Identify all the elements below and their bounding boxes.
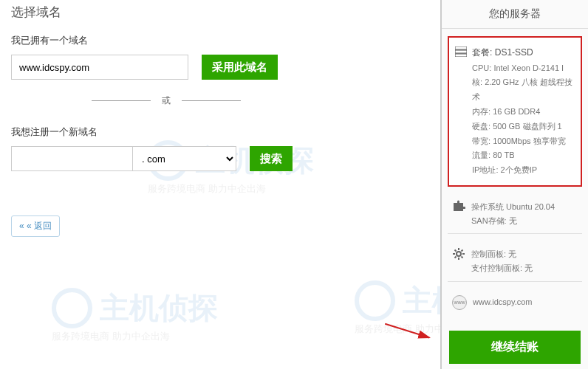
spec-traffic: 流量: 80 TB <box>472 148 575 163</box>
os-line1: 操作系统 Ubuntu 20.04 <box>471 200 555 214</box>
spec-cpu: CPU: Intel Xeon D-2141 I <box>472 61 575 76</box>
new-domain-input[interactable] <box>11 146 133 171</box>
main-content: 选择域名 我已拥有一个域名 采用此域名 或 我想注册一个新域名 . com 搜索 <box>0 0 440 369</box>
gear-icon <box>452 247 465 261</box>
checkout-button[interactable]: 继续结账 <box>449 331 581 364</box>
new-domain-section: 我想注册一个新域名 . com 搜索 <box>11 125 429 171</box>
adopt-domain-button[interactable]: 采用此域名 <box>202 55 278 80</box>
svg-rect-0 <box>455 46 467 49</box>
sidebar-title: 您的服务器 <box>442 0 588 29</box>
domain-text: www.idcspy.com <box>473 295 532 309</box>
page-title: 选择域名 <box>11 4 429 21</box>
panel-line2: 支付控制面板: 无 <box>471 261 533 275</box>
hdd-icon <box>455 46 468 59</box>
existing-domain-input[interactable] <box>11 55 188 80</box>
spec-core: 核: 2.20 GHz 八核 超线程技术 <box>472 75 575 105</box>
os-block: 操作系统 Ubuntu 20.04 SAN存储: 无 <box>448 194 582 234</box>
spec-ip: IP地址: 2个免费IP <box>472 163 575 178</box>
search-button[interactable]: 搜索 <box>250 146 293 171</box>
divider: 或 <box>11 94 292 107</box>
svg-rect-1 <box>455 50 467 53</box>
panel-block: 控制面板: 无 支付控制面板: 无 <box>448 241 582 281</box>
domain-block: www www.idcspy.com <box>448 289 582 316</box>
new-domain-label: 我想注册一个新域名 <box>11 125 429 139</box>
back-button[interactable]: « « 返回 <box>11 215 60 237</box>
spec-bandwidth: 带宽: 1000Mbps 独享带宽 <box>472 134 575 149</box>
tld-select[interactable]: . com <box>133 146 236 171</box>
puzzle-icon <box>452 200 465 213</box>
www-icon: www <box>452 295 467 310</box>
sidebar: 您的服务器 套餐: DS1-SSD CPU: Intel Xeon D-2141… <box>440 0 588 369</box>
svg-rect-2 <box>455 54 467 57</box>
panel-line1: 控制面板: 无 <box>471 247 533 261</box>
spec-ram: 内存: 16 GB DDR4 <box>472 105 575 120</box>
server-config-box: 套餐: DS1-SSD CPU: Intel Xeon D-2141 I 核: … <box>448 36 582 187</box>
existing-domain-label: 我已拥有一个域名 <box>11 34 429 47</box>
divider-text: 或 <box>151 94 182 107</box>
existing-domain-section: 我已拥有一个域名 采用此域名 <box>11 34 429 80</box>
os-line2: SAN存储: 无 <box>471 214 555 228</box>
spec-disk: 硬盘: 500 GB 磁盘阵列 1 <box>472 120 575 134</box>
svg-point-3 <box>457 252 461 256</box>
